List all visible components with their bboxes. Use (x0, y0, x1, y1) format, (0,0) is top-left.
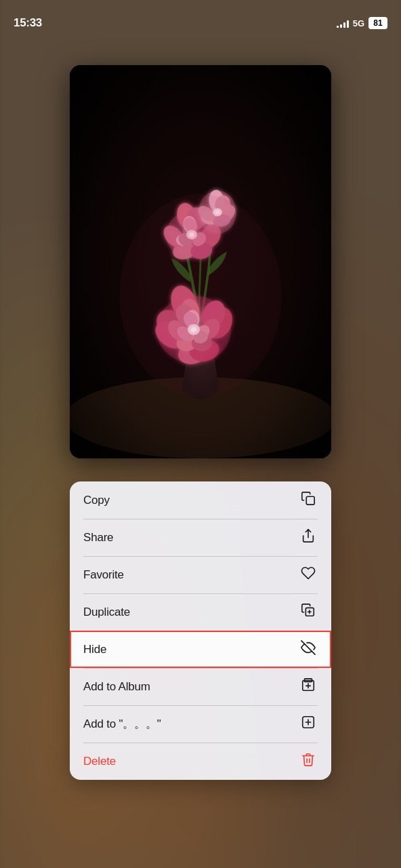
add-square-icon (299, 715, 318, 733)
add-album-icon (299, 677, 318, 696)
duplicate-icon (299, 603, 318, 621)
share-icon (299, 528, 318, 547)
delete-label: Delete (83, 755, 116, 768)
network-type: 5G (353, 18, 364, 28)
favorite-label: Favorite (83, 568, 124, 582)
copy-label: Copy (83, 494, 110, 507)
hide-label: Hide (83, 643, 106, 656)
menu-item-add-to-dot[interactable]: Add to "。。。" (70, 705, 331, 743)
add-to-album-label: Add to Album (83, 680, 150, 694)
roses-image (70, 65, 331, 458)
menu-item-add-to-album[interactable]: Add to Album (70, 668, 331, 705)
signal-icon (337, 18, 349, 28)
context-menu: Copy Share Favorite Duplicate (70, 481, 331, 780)
status-time: 15:33 (14, 16, 42, 30)
svg-rect-51 (306, 496, 314, 505)
status-icons: 5G 81 (337, 17, 387, 29)
trash-icon (299, 752, 318, 770)
share-label: Share (83, 531, 113, 545)
svg-rect-50 (70, 65, 331, 458)
eye-slash-icon (299, 640, 318, 658)
photo-thumbnail (70, 65, 331, 458)
menu-item-favorite[interactable]: Favorite (70, 556, 331, 593)
status-bar: 15:33 5G 81 (0, 0, 401, 37)
menu-item-copy[interactable]: Copy (70, 481, 331, 519)
add-to-dot-label: Add to "。。。" (83, 716, 161, 732)
heart-icon (299, 566, 318, 584)
copy-icon (299, 491, 318, 509)
duplicate-label: Duplicate (83, 606, 130, 619)
battery-indicator: 81 (368, 17, 387, 29)
menu-item-duplicate[interactable]: Duplicate (70, 593, 331, 631)
menu-item-share[interactable]: Share (70, 519, 331, 556)
menu-item-hide[interactable]: Hide (70, 631, 331, 668)
menu-item-delete[interactable]: Delete (70, 743, 331, 780)
